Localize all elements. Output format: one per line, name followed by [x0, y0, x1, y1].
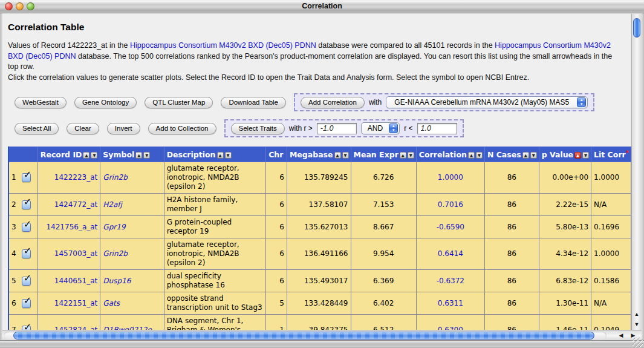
chr-cell: 6 — [266, 238, 287, 270]
sort-asc-icon[interactable]: ▲ — [135, 152, 142, 159]
operator-select[interactable]: AND ▲▼ — [361, 122, 400, 134]
sort-asc-icon[interactable]: ▲ — [400, 152, 406, 159]
row-checkbox[interactable] — [22, 223, 31, 232]
lit-corr-cell: N/A — [591, 194, 631, 216]
sort-asc-icon[interactable]: ▲ — [83, 152, 89, 159]
correlation-link[interactable]: 1.0000 — [438, 173, 463, 182]
clear-button[interactable]: Clear — [67, 123, 99, 134]
sort-desc-icon[interactable]: ▼ — [408, 152, 414, 159]
record-id-link[interactable]: 1424772_at — [54, 200, 98, 209]
sort-desc-icon[interactable]: ▼ — [342, 152, 349, 159]
webgestalt-button[interactable]: WebGestalt — [15, 97, 67, 108]
p-value-cell: 1.46e-11 — [539, 315, 591, 330]
mean-expr-cell: 9.954 — [351, 238, 416, 270]
chr-cell: 5 — [266, 292, 287, 315]
table-row: 5 1440651_at Dusp16 dual specificity pho… — [8, 270, 631, 292]
record-id-link[interactable]: 1457003_at — [54, 249, 98, 258]
sort-desc-icon[interactable]: ▼ — [582, 152, 589, 159]
row-checkbox[interactable] — [22, 299, 31, 308]
description-cell: opposite strand transcription unit to St… — [164, 292, 266, 315]
table-header-row: Record ID▲▼ Symbol▲▼ Description▲▼ Chr M… — [8, 147, 631, 162]
intro-segment: database. The top 500 correlations ranke… — [8, 52, 612, 71]
add-correlation-button[interactable]: Add Correlation — [301, 97, 365, 108]
dataset-select-value: GE-NIAAA Cerebellum mRNA M430v2 (May05) … — [386, 98, 577, 107]
scroll-down-arrow[interactable]: ▼ — [632, 320, 642, 330]
record-id-link[interactable]: 1421756_a_at — [46, 223, 97, 231]
sort-asc-icon[interactable]: ▲ — [217, 152, 224, 159]
sort-asc-icon[interactable]: ▲ — [468, 152, 475, 159]
sort-asc-active-icon[interactable]: ▲ — [574, 152, 581, 159]
scroll-up-arrow[interactable]: ▲ — [632, 309, 642, 320]
intro-text: Values of Record 1422223_at in the Hippo… — [8, 41, 621, 83]
window-resize-grip[interactable] — [633, 338, 643, 347]
chr-cell: 6 — [266, 162, 287, 194]
record-id-link[interactable]: 1452824_at — [54, 326, 98, 330]
n-cases-cell: 86 — [484, 315, 539, 330]
vertical-scrollbar[interactable]: ▲ ▼ — [631, 14, 642, 330]
symbol-link[interactable]: Gats — [103, 299, 120, 307]
table-row: 2 1424772_at H2afj H2A histone family, m… — [8, 194, 631, 216]
record-id-link[interactable]: 1422223_at — [54, 173, 98, 182]
correlation-link[interactable]: -0.6372 — [437, 277, 464, 285]
invert-button[interactable]: Invert — [107, 123, 140, 134]
description-cell: G protein-coupled receptor 19 — [164, 216, 266, 238]
mean-expr-cell: 6.369 — [351, 270, 416, 292]
row-number: 3 — [11, 223, 16, 232]
sort-desc-icon[interactable]: ▼ — [91, 152, 97, 159]
row-checkbox[interactable] — [22, 326, 31, 330]
record-id-link[interactable]: 1422151_at — [54, 299, 98, 307]
row-checkbox[interactable] — [22, 173, 31, 182]
with-label: with — [369, 98, 382, 107]
row-checkbox[interactable] — [22, 249, 31, 258]
sort-desc-icon[interactable]: ▼ — [143, 152, 150, 159]
intro-segment: Values of Record 1422223_at in the — [8, 41, 130, 50]
symbol-link[interactable]: D1Bwg0212e — [103, 326, 151, 330]
download-table-button[interactable]: Download Table — [221, 97, 286, 108]
n-cases-cell: 86 — [484, 270, 539, 292]
database-link-1[interactable]: Hippocampus Consortium M430v2 BXD (Dec05… — [130, 41, 316, 50]
r-max-input[interactable] — [417, 123, 457, 134]
symbol-link[interactable]: Gpr19 — [103, 223, 125, 231]
correlation-link[interactable]: 0.6300 — [438, 326, 463, 330]
symbol-link[interactable]: H2afj — [103, 200, 122, 209]
row-checkbox[interactable] — [22, 277, 31, 286]
sort-desc-icon[interactable]: ▼ — [476, 152, 483, 159]
symbol-link[interactable]: Dusp16 — [103, 277, 131, 285]
row-select-cell: 6 — [8, 292, 37, 315]
megabase-cell: 135.789245 — [287, 162, 351, 194]
gene-ontology-button[interactable]: Gene Ontology — [74, 97, 137, 108]
horizontal-scrollbar-thumb[interactable] — [13, 332, 594, 340]
header-checkbox-column — [8, 147, 37, 162]
dataset-select[interactable]: GE-NIAAA Cerebellum mRNA M430v2 (May05) … — [386, 96, 588, 108]
sort-desc-icon[interactable]: ▼ — [530, 152, 537, 159]
row-checkbox[interactable] — [22, 200, 31, 209]
megabase-cell: 135.493017 — [287, 270, 351, 292]
select-all-button[interactable]: Select All — [15, 123, 59, 134]
table-row: 3 1421756_a_at Gpr19 G protein-coupled r… — [8, 216, 631, 238]
correlation-link[interactable]: 0.6311 — [438, 299, 463, 307]
lit-corr-cell: 0.1586 — [591, 270, 631, 292]
r-min-input[interactable] — [317, 123, 357, 134]
sort-asc-icon[interactable]: ▲ — [522, 152, 529, 159]
lit-corr-cell: 0.1696 — [591, 216, 631, 238]
megabase-cell: 136.491166 — [287, 238, 351, 270]
qtl-cluster-map-button[interactable]: QTL Cluster Map — [145, 97, 213, 108]
r-greater-label: with r > — [289, 124, 313, 133]
symbol-link[interactable]: Grin2b — [103, 173, 127, 182]
sort-desc-icon[interactable]: ▼ — [225, 152, 232, 159]
horizontal-scrollbar[interactable]: ◀ ▶ — [2, 330, 642, 340]
symbol-link[interactable]: Grin2b — [103, 249, 127, 258]
scroll-left-arrow[interactable]: ◀ — [615, 330, 627, 341]
analysis-toolbar: WebGestalt Gene Ontology QTL Cluster Map… — [15, 93, 631, 111]
vertical-scrollbar-thumb[interactable] — [633, 18, 640, 38]
window-titlebar[interactable]: Correlation — [0, 0, 644, 13]
sort-asc-icon[interactable]: ▲ — [334, 152, 341, 159]
mean-expr-cell: 6.726 — [351, 162, 416, 194]
correlation-link[interactable]: -0.6590 — [437, 223, 464, 231]
correlation-link[interactable]: 0.6414 — [438, 249, 463, 258]
correlation-link[interactable]: 0.7016 — [438, 200, 463, 209]
record-id-link[interactable]: 1440651_at — [54, 277, 98, 285]
chr-cell: 6 — [266, 216, 287, 238]
select-traits-button[interactable]: Select Traits — [231, 123, 285, 134]
add-to-collection-button[interactable]: Add to Collection — [148, 123, 216, 134]
